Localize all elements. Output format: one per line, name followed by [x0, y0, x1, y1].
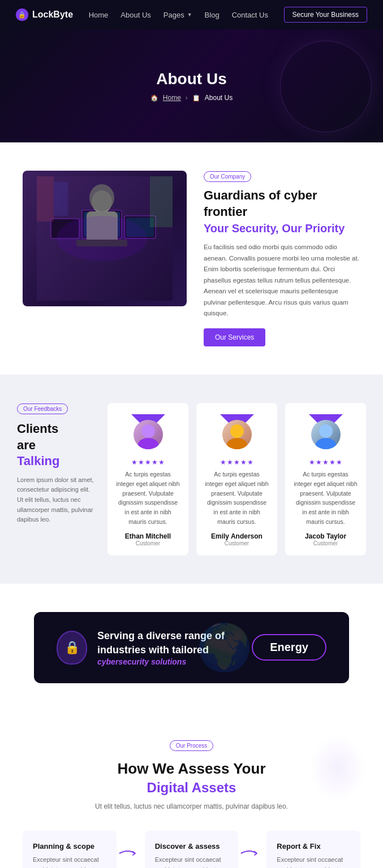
testimonial-text-1: Ac turpis egestas integer eget aliquet n…	[115, 470, 180, 527]
testimonials-cards: ★★★★★ Ac turpis egestas integer eget ali…	[107, 403, 366, 555]
feedbacks-tag: Our Feedbacks	[17, 403, 68, 414]
testimonial-text-2: Ac turpis egestas integer eget aliquet n…	[204, 470, 269, 527]
testimonial-name-2: Emily Anderson	[211, 532, 262, 540]
svg-point-16	[230, 424, 244, 438]
nav-pages[interactable]: Pages	[163, 11, 184, 19]
process-description: Ut elit tellus, luctus nec ullamcorper m…	[23, 802, 360, 810]
testimonial-role-1: Customer	[136, 540, 160, 546]
nav-contact[interactable]: Contact Us	[232, 11, 268, 19]
testimonials-heading: Clients are Talking	[17, 421, 96, 470]
hero-section: About Us 🏠 Home › 📋 About Us	[0, 29, 383, 142]
process-step-3: Report & Fix Excepteur sint occaecat cup…	[266, 831, 360, 868]
navbar-logo[interactable]: 🔒 LockByte	[16, 8, 73, 21]
breadcrumb-current: About Us	[205, 94, 233, 102]
process-section: Our Process How We Assess Your Digital A…	[0, 711, 383, 868]
svg-rect-12	[150, 176, 173, 227]
process-tag: Our Process	[170, 740, 214, 751]
step-2-text: Excepteur sint occaecat cupidatat non pr…	[155, 855, 229, 868]
nav-home[interactable]: Home	[89, 11, 109, 19]
avatar-2	[222, 420, 252, 449]
stars-1: ★★★★★	[131, 458, 165, 466]
process-step-1: Planning & scope Excepteur sint occaecat…	[23, 831, 117, 868]
navbar: 🔒 LockByte Home About Us Pages▼ Blog Con…	[0, 0, 383, 29]
breadcrumb-icon: 📋	[192, 94, 200, 102]
svg-point-18	[319, 424, 333, 438]
home-icon: 🏠	[150, 94, 158, 102]
about-body-text: Eu facilisis sed odio morbi quis commodo…	[204, 242, 360, 319]
step-arrow-1	[117, 831, 145, 859]
hero-title: About Us	[156, 70, 226, 88]
industries-section: 🌍 🔒 Serving a diverse range of industrie…	[34, 612, 349, 683]
chevron-down-icon: ▼	[187, 12, 192, 18]
breadcrumb-separator: ›	[186, 94, 188, 102]
stars-2: ★★★★★	[220, 458, 254, 466]
breadcrumb: 🏠 Home › 📋 About Us	[150, 94, 233, 102]
step-3-title: Report & Fix	[277, 842, 350, 850]
breadcrumb-home[interactable]: Home	[163, 94, 181, 102]
testimonials-section: Our Feedbacks Clients are Talking Lorem …	[0, 375, 383, 584]
testimonial-card-1: ★★★★★ Ac turpis egestas integer eget ali…	[107, 403, 188, 555]
shield-lock-icon: 🔒	[57, 631, 87, 665]
testimonial-role-3: Customer	[313, 540, 338, 546]
about-content: Our Company Guardians of cyber frontier …	[204, 171, 360, 346]
avatar-wrapper-1	[134, 414, 163, 449]
shield-icon: 🔒	[16, 8, 28, 21]
logo-text: LockByte	[32, 10, 73, 20]
process-title-sub: Digital Assets	[23, 780, 360, 796]
svg-rect-10	[37, 176, 54, 222]
testimonial-name-3: Jacob Taylor	[305, 532, 346, 540]
step-arrow-2	[238, 831, 266, 859]
testimonial-card-3: ★★★★★ Ac turpis egestas integer eget ali…	[285, 403, 366, 555]
testimonial-text-3: Ac turpis egestas integer eget aliquet n…	[293, 470, 358, 527]
testimonial-role-2: Customer	[225, 540, 249, 546]
svg-point-14	[141, 424, 155, 438]
avatar-wrapper-3	[311, 414, 341, 449]
our-services-button[interactable]: Our Services	[204, 328, 265, 346]
avatar-1	[134, 420, 163, 449]
testimonials-heading-block: Our Feedbacks Clients are Talking Lorem …	[17, 403, 96, 555]
svg-point-13	[57, 216, 147, 261]
svg-point-19	[316, 438, 336, 449]
about-title: Guardians of cyber frontier	[204, 188, 360, 220]
step-1-title: Planning & scope	[33, 842, 106, 850]
svg-point-17	[227, 438, 247, 449]
svg-point-8	[89, 184, 114, 211]
step-2-title: Discover & assess	[155, 842, 229, 850]
process-step-2: Discover & assess Excepteur sint occaeca…	[145, 831, 239, 868]
process-steps: Planning & scope Excepteur sint occaecat…	[23, 831, 360, 868]
about-section: Our Company Guardians of cyber frontier …	[0, 142, 383, 375]
step-1-text: Excepteur sint occaecat cupidatat non pr…	[33, 855, 106, 868]
process-title: How We Assess Your	[23, 760, 360, 778]
testimonial-name-1: Ethan Mitchell	[125, 532, 171, 540]
testimonials-desc: Lorem ipsum dolor sit amet, consectetur …	[17, 475, 96, 525]
avatar-wrapper-2	[222, 414, 252, 449]
secure-business-button[interactable]: Secure Your Business	[284, 7, 367, 23]
nav-about[interactable]: About Us	[121, 11, 150, 19]
stars-3: ★★★★★	[309, 458, 343, 466]
step-3-text: Excepteur sint occaecat cupidatat non pr…	[277, 855, 350, 868]
nav-blog[interactable]: Blog	[205, 11, 220, 19]
world-map-decoration: 🌍	[168, 612, 281, 683]
about-subtitle: Your Security, Our Priority	[204, 222, 360, 235]
company-tag: Our Company	[204, 171, 251, 182]
svg-rect-11	[54, 182, 68, 216]
about-image	[23, 171, 187, 306]
testimonial-card-2: ★★★★★ Ac turpis egestas integer eget ali…	[196, 403, 277, 555]
navbar-nav: Home About Us Pages▼ Blog Contact Us	[89, 10, 268, 20]
avatar-3	[311, 420, 341, 449]
svg-point-15	[138, 438, 158, 449]
hacker-image	[23, 171, 187, 306]
